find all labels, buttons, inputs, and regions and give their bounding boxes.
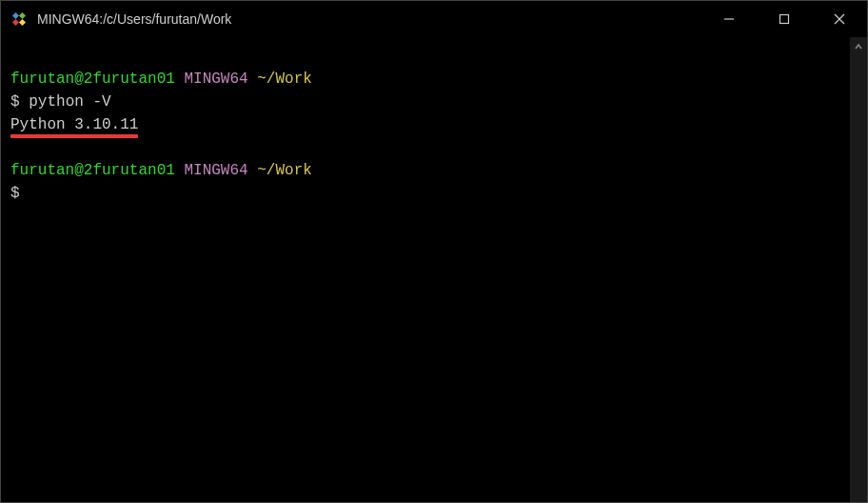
mingw-label: MINGW64 (184, 70, 247, 88)
prompt-line-2: furutan@2furutan01 MINGW64 ~/Work (10, 159, 858, 182)
svg-rect-0 (12, 12, 19, 19)
command-line-2: $ (10, 182, 858, 205)
user-host: furutan@2furutan01 (10, 162, 175, 179)
scrollbar[interactable] (850, 37, 867, 502)
svg-rect-5 (780, 15, 789, 24)
terminal-body[interactable]: furutan@2furutan01 MINGW64 ~/Work $ pyth… (1, 37, 867, 502)
titlebar[interactable]: MINGW64:/c/Users/furutan/Work (1, 1, 867, 37)
terminal-window: MINGW64:/c/Users/furutan/Work furutan@2f… (0, 0, 868, 503)
app-icon (10, 10, 28, 28)
window-controls (701, 1, 867, 37)
path-label: ~/Work (257, 162, 312, 179)
scroll-up-icon[interactable] (853, 41, 864, 52)
minimize-button[interactable] (701, 1, 757, 37)
python-version-output: Python 3.10.11 (10, 113, 138, 136)
dollar-sign: $ (10, 93, 20, 111)
close-button[interactable] (812, 1, 867, 37)
output-line-1: Python 3.10.11 (10, 113, 858, 136)
highlight-underline (10, 134, 138, 138)
svg-rect-1 (19, 12, 26, 19)
window-title: MINGW64:/c/Users/furutan/Work (37, 11, 701, 27)
prompt-line-1: furutan@2furutan01 MINGW64 ~/Work (10, 68, 858, 91)
command-text: python -V (29, 93, 110, 111)
maximize-button[interactable] (757, 1, 812, 37)
svg-rect-3 (19, 19, 26, 26)
command-line-1: $ python -V (10, 91, 858, 113)
svg-rect-2 (12, 19, 19, 26)
dollar-sign: $ (10, 185, 20, 202)
user-host: furutan@2furutan01 (10, 70, 175, 88)
mingw-label: MINGW64 (184, 162, 247, 179)
path-label: ~/Work (257, 70, 312, 88)
